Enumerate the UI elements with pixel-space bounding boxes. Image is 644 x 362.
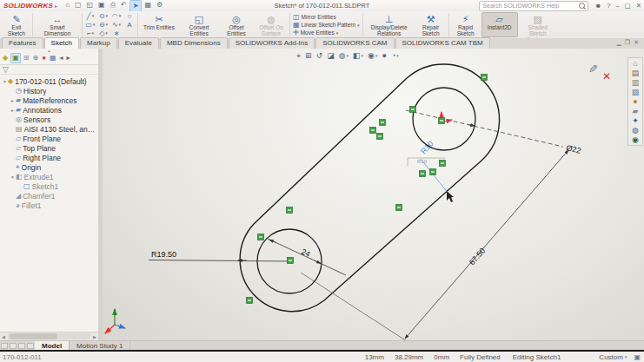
home-icon[interactable]: ⌂ [63, 0, 72, 12]
solidworks-resources-icon[interactable]: ⌂ [633, 59, 637, 68]
tree-item-annotations[interactable]: ▸▰Annotations [0, 105, 98, 115]
expand-toggle-icon[interactable]: ▸ [10, 98, 16, 103]
doc-close-icon[interactable]: ✕ [634, 39, 639, 46]
forum-icon[interactable]: ✦ [632, 116, 639, 125]
chevron-down-icon[interactable]: ▾ [336, 30, 339, 36]
exit-sketch-confirm-icon[interactable]: ✎ [588, 63, 598, 76]
tree-item-fillet1[interactable]: ◕Fillet1 [0, 201, 98, 210]
graphics-area[interactable]: R19.50 24 Ø22 67.50 R10 R10 [103, 49, 644, 340]
doc-restore-icon[interactable]: ❐ [625, 39, 630, 46]
tab-features[interactable]: Features [2, 37, 43, 49]
zoom-to-fit-icon[interactable]: ⌖ [295, 51, 302, 61]
convert-entities-button[interactable]: ◱ Convert Entities [179, 12, 219, 37]
propertymanager-tab-icon[interactable]: ▣ [10, 53, 21, 63]
view-palette-icon[interactable]: ▨ [632, 88, 640, 96]
polygon-tool[interactable]: ◇▾ [97, 30, 110, 38]
offset-entities-button[interactable]: ◎ Offset Entities [219, 12, 254, 37]
restore-button[interactable]: ▢ [622, 2, 634, 10]
select-icon[interactable]: ➤ [129, 0, 143, 12]
tree-item-history[interactable]: ◷History [0, 86, 98, 95]
scrollbar-thumb[interactable] [10, 333, 57, 339]
chevron-down-icon[interactable]: ▾ [357, 23, 360, 28]
splitter-button[interactable] [27, 343, 34, 349]
tab-markup[interactable]: Markup [80, 37, 117, 49]
offset-on-surface-button[interactable]: ◍ Offset On Surface [254, 12, 289, 37]
dimension-inner-dia-lower[interactable]: 24 [268, 239, 346, 275]
undo-icon[interactable]: ↶ [118, 0, 129, 12]
file-explorer-icon[interactable]: ▥ [632, 78, 640, 87]
spline-tool[interactable]: ∿▾ [110, 21, 123, 30]
help-icon[interactable]: ? [604, 2, 613, 10]
units-selector[interactable]: Custom ▾ [599, 353, 627, 361]
scroll-right-arrow-icon[interactable]: ▶ [91, 334, 98, 339]
chevron-down-icon[interactable]: ▾ [396, 53, 399, 58]
tab-solidworks-cam[interactable]: SOLIDWORKS CAM [315, 37, 394, 49]
close-button[interactable]: ✕ [634, 2, 644, 10]
filter-icon[interactable]: ▽ [3, 65, 9, 74]
linear-sketch-pattern-button[interactable]: ▦ Linear Sketch Pattern ▾ [293, 21, 360, 29]
tree-item-front-plane[interactable]: ▱Front Plane [0, 134, 98, 143]
chevron-down-icon[interactable]: ▾ [375, 53, 378, 58]
mirror-entities-button[interactable]: ◫ Mirror Entities [293, 13, 360, 21]
chevron-down-icon[interactable]: ▾ [347, 53, 349, 58]
splitter-button[interactable] [18, 343, 25, 349]
new-file-icon[interactable]: ▢ [72, 0, 84, 12]
rebuild-icon[interactable]: ▦ [142, 0, 154, 12]
expand-toggle-icon[interactable]: ▸ [10, 108, 16, 113]
rectangle-tool[interactable]: ▭▾ [84, 21, 96, 30]
section-view-icon[interactable]: ◪ [325, 51, 336, 60]
tab-solidworks-add-ins[interactable]: SOLIDWORKS Add-Ins [229, 37, 315, 49]
tree-filter[interactable]: ▽ [0, 65, 98, 75]
splitter-button[interactable] [1, 343, 8, 349]
tree-item-chamfer1[interactable]: ◢Chamfer1 [0, 191, 98, 201]
tree-item-sketch1[interactable]: ▢Sketch1 [0, 181, 98, 191]
view-orientation-icon[interactable]: ◧▾ [351, 51, 365, 60]
arc-tool[interactable]: ◠▾ [110, 12, 123, 21]
displaymanager-tab-icon[interactable]: ● [41, 54, 47, 63]
tree-item-matereferences[interactable]: ▸▰MateReferences [0, 95, 98, 105]
circle-tool[interactable]: ⊙▾ [97, 12, 110, 21]
dimension-outer-radius[interactable]: R19.50 [149, 250, 289, 261]
dimxpertmanager-tab-icon[interactable]: ⊕ [31, 54, 39, 63]
view-settings-icon[interactable]: ◔▾ [389, 51, 401, 60]
display-style-icon[interactable]: ◍▾ [337, 51, 350, 60]
scroll-left-icon[interactable]: ◂ [59, 54, 64, 63]
move-entities-button[interactable]: ✛ Move Entities ▾ [293, 29, 360, 36]
print-icon[interactable]: ⎙ [108, 0, 118, 12]
design-library-icon[interactable]: ▤ [632, 69, 640, 77]
chevron-down-icon[interactable]: ▾ [362, 53, 364, 58]
cancel-sketch-icon[interactable]: ✕ [602, 70, 611, 82]
chevron-down-icon[interactable]: ▾ [119, 12, 122, 20]
search-input[interactable]: Search SOLIDWORKS Help [479, 1, 588, 11]
scroll-left-arrow-icon[interactable]: ◀ [0, 334, 7, 339]
chevron-down-icon[interactable]: ▾ [92, 30, 95, 37]
configurationmanager-tab-icon[interactable]: ⊞ [23, 54, 30, 63]
minimize-button[interactable]: – [613, 2, 621, 10]
chevron-down-icon[interactable]: ▾ [106, 21, 109, 29]
tree-item-sensors[interactable]: ◎Sensors [0, 115, 98, 124]
chevron-down-icon[interactable]: ▾ [119, 21, 122, 29]
cam-tree-icon[interactable]: ▦ [49, 54, 57, 63]
exit-sketch-button[interactable]: ✎ Exit Sketch [2, 12, 31, 37]
tree-item-right-plane[interactable]: ▱Right Plane [0, 153, 98, 162]
trim-entities-button[interactable]: ✂ Trim Entities [139, 12, 179, 37]
logo-menu-arrow-icon[interactable]: ▸ [55, 3, 57, 9]
options-icon[interactable]: ⚙ [154, 0, 165, 12]
instant2d-button[interactable]: ▱ Instant2D [481, 12, 518, 37]
splitter-button[interactable] [10, 343, 17, 349]
tab-evaluate[interactable]: Evaluate [118, 37, 159, 49]
edit-appearance-icon[interactable]: ● [380, 51, 388, 60]
tab-mbd-dimensions[interactable]: MBD Dimensions [160, 37, 228, 49]
tree-item-extrude1[interactable]: ▾◧Extrude1 [0, 172, 98, 181]
login-icon[interactable]: ☻ [592, 2, 604, 10]
expand-toggle-icon[interactable]: ▾ [2, 79, 8, 84]
tree-item-top-plane[interactable]: ▱Top Plane [0, 143, 98, 153]
panel-horizontal-scrollbar[interactable]: ◀ ▶ [0, 332, 98, 340]
line-tool[interactable]: ╱▾ [84, 12, 96, 21]
save-icon[interactable]: ▣ [96, 0, 108, 12]
featuremanager-tab-icon[interactable]: ◆ [2, 54, 9, 63]
status-tag-icon[interactable]: ▣ [634, 353, 641, 361]
ellipse-tool[interactable]: ○ [123, 12, 136, 21]
expand-toggle-icon[interactable]: ▾ [10, 174, 16, 180]
slot-tool[interactable]: ⊖▾ [97, 21, 110, 30]
